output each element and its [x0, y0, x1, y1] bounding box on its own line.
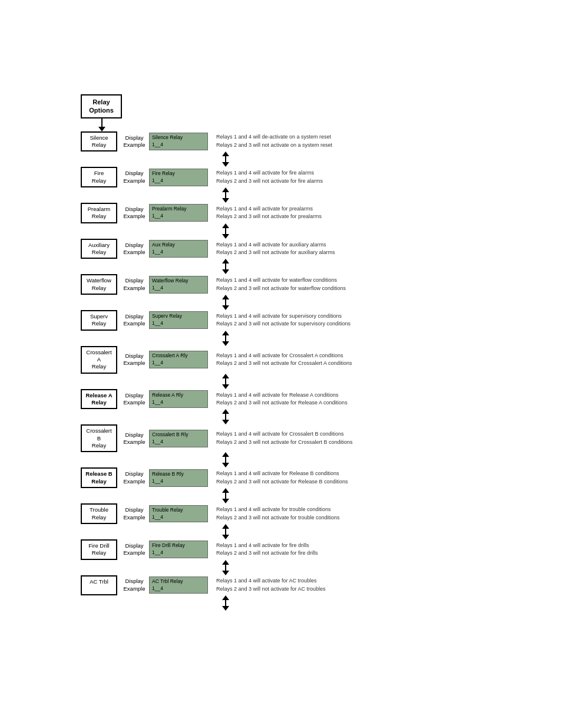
- arrow-up-superv-relay: [222, 331, 229, 335]
- arrow-down-silence-relay: [222, 162, 229, 167]
- connector-crossalert-b-relay: [98, 452, 353, 467]
- arrow-up-release-b-relay: [222, 488, 229, 493]
- display-screen-release-b-relay: Release B Rly1__4: [149, 469, 208, 487]
- arrow-down-fire-relay: [222, 198, 229, 203]
- display-screen-trouble-relay: Trouble Relay1__4: [149, 505, 208, 523]
- arrow-up-fire-drill-relay: [222, 560, 229, 565]
- description-fire-relay: Relays 1 and 4 will activate for fire al…: [216, 169, 353, 185]
- display-screen-fire-relay: Fire Relay1__4: [149, 169, 208, 186]
- relay-row-superv-relay: SupervRelayDisplay ExampleSuperv Relay1_…: [81, 310, 353, 331]
- node-box-prealarm-relay: PrealarmRelay: [81, 203, 117, 223]
- relay-row-waterflow-relay: WaterflowRelayDisplay ExampleWaterflow R…: [81, 274, 353, 295]
- line-mid-fire-relay: [225, 192, 226, 198]
- arrow-down-release-b-relay: [222, 499, 229, 503]
- description-ac-trbl-relay: Relays 1 and 4 will activate for AC trou…: [216, 577, 353, 593]
- description-silence-relay: Relays 1 and 4 will de-activate on a sys…: [216, 133, 353, 149]
- display-screen-silence-relay: Silence Relay1__4: [149, 133, 208, 150]
- connector-fire-relay: [98, 187, 353, 203]
- line-mid-trouble-relay: [225, 529, 226, 535]
- line-mid-release-a-relay: [225, 414, 226, 420]
- relay-rows-container: SilenceRelayDisplay ExampleSilence Relay…: [81, 131, 353, 611]
- relay-row-fire-relay: FireRelayDisplay ExampleFire Relay1__4Re…: [81, 167, 353, 187]
- display-label-crossalert-b-relay: Display Example: [123, 431, 146, 446]
- line-mid-silence-relay: [225, 156, 226, 162]
- display-label-waterflow-relay: Display Example: [123, 277, 146, 292]
- arrow-down-fire-drill-relay: [222, 571, 229, 575]
- arrow-up-last: [222, 595, 229, 600]
- arrow-down-prealarm-relay: [222, 234, 229, 239]
- connector-silence-relay: [98, 151, 353, 167]
- arrow-up-trouble-relay: [222, 524, 229, 529]
- display-label-silence-relay: Display Example: [123, 134, 146, 149]
- display-label-prealarm-relay: Display Example: [123, 206, 146, 220]
- description-prealarm-relay: Relays 1 and 4 will activate for prealar…: [216, 205, 353, 221]
- arrow-down-crossalert-a-relay: [222, 384, 229, 389]
- line-mid-waterflow-relay: [225, 299, 226, 305]
- display-label-auxiliary-relay: Display Example: [123, 242, 146, 256]
- relay-row-ac-trbl-relay: AC TrblDisplay ExampleAC Trbl Relay1__4R…: [81, 575, 353, 595]
- display-label-release-a-relay: Display Example: [123, 392, 146, 407]
- connector-fire-drill-relay: [98, 560, 353, 575]
- display-label-fire-relay: Display Example: [123, 170, 146, 185]
- line-top: [101, 118, 103, 127]
- display-screen-superv-relay: Superv Relay1__4: [149, 311, 208, 329]
- arrow-up-fire-relay: [222, 187, 229, 192]
- arrow-up-silence-relay: [222, 151, 229, 156]
- line-mid-auxiliary-relay: [225, 263, 226, 269]
- connector-last: [98, 595, 353, 611]
- node-box-ac-trbl-relay: AC Trbl: [81, 575, 117, 595]
- display-screen-auxiliary-relay: Aux Relay1__4: [149, 240, 208, 258]
- relay-options-label: Relay: [92, 98, 110, 106]
- arrow-down-release-a-relay: [222, 420, 229, 424]
- page: Relay Options SilenceRelayDisplay Exampl…: [0, 0, 562, 728]
- node-box-fire-drill-relay: Fire DrillRelay: [81, 539, 117, 560]
- description-crossalert-b-relay: Relays 1 and 4 will activate for Crossal…: [216, 430, 353, 446]
- description-fire-drill-relay: Relays 1 and 4 will activate for fire dr…: [216, 542, 353, 558]
- relay-row-silence-relay: SilenceRelayDisplay ExampleSilence Relay…: [81, 131, 353, 152]
- connector-crossalert-a-relay: [98, 374, 353, 389]
- relay-row-fire-drill-relay: Fire DrillRelayDisplay ExampleFire Drill…: [81, 539, 353, 560]
- line-mid-crossalert-a-relay: [225, 378, 226, 384]
- arrow-up-prealarm-relay: [222, 223, 229, 228]
- relay-row-crossalert-a-relay: Crossalert ARelayDisplay ExampleCrossale…: [81, 346, 353, 374]
- node-box-auxiliary-relay: AuxiliaryRelay: [81, 239, 117, 259]
- display-screen-crossalert-a-relay: Crossalert A Rly1__4: [149, 351, 208, 368]
- display-screen-waterflow-relay: Waterflow Relay1__4: [149, 276, 208, 294]
- arrow-down-crossalert-b-relay: [222, 463, 229, 467]
- top-connector: [98, 118, 105, 131]
- connector-trouble-relay: [98, 524, 353, 539]
- node-box-release-a-relay: Release ARelay: [81, 389, 117, 410]
- arrow-down-trouble-relay: [222, 535, 229, 539]
- node-box-fire-relay: FireRelay: [81, 167, 117, 187]
- relay-row-release-a-relay: Release ARelayDisplay ExampleRelease A R…: [81, 389, 353, 410]
- node-box-trouble-relay: TroubleRelay: [81, 503, 117, 524]
- node-box-silence-relay: SilenceRelay: [81, 131, 117, 152]
- display-label-crossalert-a-relay: Display Example: [123, 353, 146, 367]
- line-last: [225, 600, 226, 606]
- line-mid-fire-drill-relay: [225, 565, 226, 571]
- display-screen-crossalert-b-relay: Crossalert B Rly1__4: [149, 430, 208, 447]
- arrow-up-waterflow-relay: [222, 295, 229, 299]
- display-label-ac-trbl-relay: Display Example: [123, 578, 146, 592]
- relay-row-crossalert-b-relay: Crossalert BRelayDisplay ExampleCrossale…: [81, 424, 353, 452]
- line-mid-release-b-relay: [225, 493, 226, 499]
- arrow-up-crossalert-b-relay: [222, 452, 229, 457]
- arrow-down-auxiliary-relay: [222, 269, 229, 274]
- arrow-up-auxiliary-relay: [222, 259, 229, 263]
- display-label-release-b-relay: Display Example: [123, 470, 146, 485]
- relay-row-prealarm-relay: PrealarmRelayDisplay ExamplePrealarm Rel…: [81, 203, 353, 223]
- description-waterflow-relay: Relays 1 and 4 will activate for waterfl…: [216, 276, 353, 292]
- relay-row-release-b-relay: Release BRelayDisplay ExampleRelease B R…: [81, 467, 353, 488]
- description-release-b-relay: Relays 1 and 4 will activate for Release…: [216, 470, 353, 486]
- display-label-fire-drill-relay: Display Example: [123, 542, 146, 557]
- node-box-crossalert-a-relay: Crossalert ARelay: [81, 346, 117, 374]
- connector-superv-relay: [98, 331, 353, 346]
- arrow-down-top: [98, 127, 105, 131]
- node-box-waterflow-relay: WaterflowRelay: [81, 274, 117, 295]
- description-crossalert-a-relay: Relays 1 and 4 will activate for Crossal…: [216, 352, 353, 368]
- connector-waterflow-relay: [98, 295, 353, 310]
- node-box-release-b-relay: Release BRelay: [81, 467, 117, 488]
- node-box-superv-relay: SupervRelay: [81, 310, 117, 331]
- connector-release-a-relay: [98, 409, 353, 424]
- description-superv-relay: Relays 1 and 4 will activate for supervi…: [216, 312, 353, 328]
